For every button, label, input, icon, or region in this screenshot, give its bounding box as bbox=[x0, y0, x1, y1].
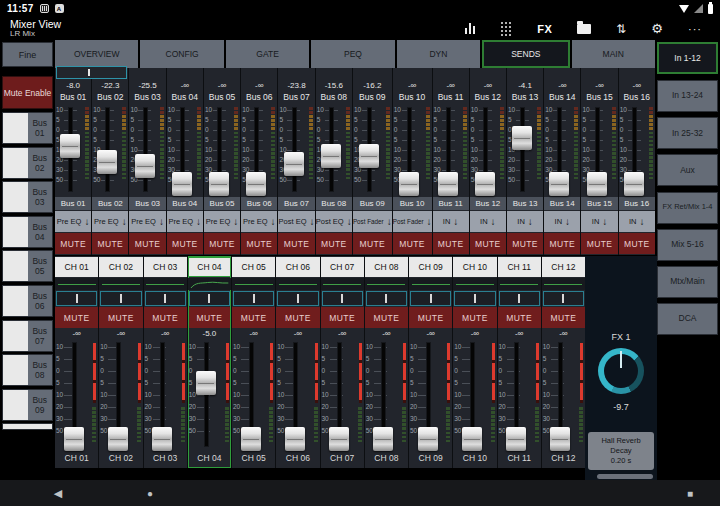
tab-config[interactable]: CONFIG bbox=[140, 40, 223, 68]
eq-curve-display[interactable] bbox=[276, 278, 319, 290]
eq-curve-display[interactable] bbox=[188, 278, 231, 290]
bus-mute-button[interactable]: MUTE bbox=[619, 233, 655, 254]
pan-box[interactable] bbox=[56, 291, 97, 306]
fader-cap[interactable] bbox=[152, 427, 172, 451]
fader-cap[interactable] bbox=[373, 427, 393, 451]
bus-mute-button[interactable]: MUTE bbox=[129, 233, 165, 254]
bus-mute-button[interactable]: MUTE bbox=[393, 233, 432, 254]
send-tap-button[interactable]: IN↓ bbox=[619, 211, 655, 232]
channel-select-button[interactable]: CH 01 bbox=[55, 257, 98, 277]
fader-cap[interactable] bbox=[64, 427, 84, 451]
channel-mute-button[interactable]: MUTE bbox=[542, 307, 585, 328]
bus-mute-button[interactable]: MUTE bbox=[433, 233, 469, 254]
scenes-folder-icon[interactable] bbox=[577, 24, 591, 34]
fader-cap[interactable] bbox=[587, 172, 607, 196]
channel-mute-button[interactable]: MUTE bbox=[365, 307, 408, 328]
send-tap-button[interactable]: Post EQ↓ bbox=[316, 211, 352, 232]
sidebar-bus-button[interactable]: Bus 04 bbox=[2, 216, 53, 248]
send-tap-button[interactable]: Post Fader↓ bbox=[353, 211, 392, 232]
sidebar-bus-button[interactable]: Bus 08 bbox=[2, 354, 53, 386]
pan-box[interactable] bbox=[499, 291, 540, 306]
bus-mute-button[interactable]: MUTE bbox=[92, 233, 128, 254]
fx-send-knob[interactable] bbox=[598, 348, 644, 394]
layer-button-aux[interactable]: Aux bbox=[657, 154, 718, 186]
tab-in-1-12[interactable]: In 1-12 bbox=[657, 42, 718, 74]
channel-select-button[interactable]: CH 05 bbox=[232, 257, 275, 277]
channel-mute-button[interactable]: MUTE bbox=[188, 307, 231, 328]
fine-button[interactable]: Fine bbox=[2, 42, 53, 67]
sidebar-bus-button[interactable]: Bus 06 bbox=[2, 285, 53, 317]
send-tap-button[interactable]: Post EQ↓ bbox=[278, 211, 314, 232]
sidebar-bus-button-partial[interactable] bbox=[2, 423, 53, 430]
layer-button-fx-ret-mix-1-4[interactable]: FX Ret/Mix 1-4 bbox=[657, 192, 718, 224]
channel-mute-button[interactable]: MUTE bbox=[144, 307, 187, 328]
layer-button-dca[interactable]: DCA bbox=[657, 303, 718, 335]
bus-mute-button[interactable]: MUTE bbox=[353, 233, 392, 254]
channel-mute-button[interactable]: MUTE bbox=[498, 307, 541, 328]
fader-cap[interactable] bbox=[329, 427, 349, 451]
bus-mute-button[interactable]: MUTE bbox=[507, 233, 543, 254]
fader-cap[interactable] bbox=[475, 172, 495, 196]
layer-button-mtx-main[interactable]: Mtx/Main bbox=[657, 266, 718, 298]
tab-sends[interactable]: SENDS bbox=[482, 40, 569, 68]
layer-button-in-13-24[interactable]: In 13-24 bbox=[657, 80, 718, 112]
lr-pan-box[interactable] bbox=[56, 66, 127, 79]
fader-cap[interactable] bbox=[418, 427, 438, 451]
send-tap-button[interactable]: Pre EQ↓ bbox=[55, 211, 91, 232]
pan-box[interactable] bbox=[454, 291, 495, 306]
send-tap-button[interactable]: Pre EQ↓ bbox=[204, 211, 240, 232]
fader-cap[interactable] bbox=[549, 172, 569, 196]
fader-cap[interactable] bbox=[172, 172, 192, 196]
channel-mute-button[interactable]: MUTE bbox=[276, 307, 319, 328]
tab-main[interactable]: MAIN bbox=[572, 40, 655, 68]
fader-cap[interactable] bbox=[399, 172, 419, 196]
fader-cap[interactable] bbox=[359, 144, 379, 168]
sidebar-bus-button[interactable]: Bus 07 bbox=[2, 320, 53, 352]
eq-curve-display[interactable] bbox=[498, 278, 541, 290]
fader-cap[interactable] bbox=[209, 172, 229, 196]
send-tap-button[interactable]: IN↓ bbox=[507, 211, 543, 232]
tab-peq[interactable]: PEQ bbox=[311, 40, 394, 68]
sidebar-bus-button[interactable]: Bus 05 bbox=[2, 250, 53, 282]
overflow-menu-icon[interactable]: ··· bbox=[688, 25, 702, 33]
settings-gear-icon[interactable]: ⚙ bbox=[651, 22, 663, 35]
fader-cap[interactable] bbox=[285, 427, 305, 451]
routing-swap-icon[interactable]: ⇅ bbox=[616, 23, 626, 35]
fader-cap[interactable] bbox=[135, 154, 155, 178]
fader-cap[interactable] bbox=[506, 427, 526, 451]
channel-select-button[interactable]: CH 12 bbox=[542, 257, 585, 277]
fader-cap[interactable] bbox=[462, 427, 482, 451]
horizontal-scrollbar[interactable] bbox=[597, 474, 653, 479]
send-tap-button[interactable]: Pre EQ↓ bbox=[167, 211, 203, 232]
channel-select-button[interactable]: CH 03 bbox=[144, 257, 187, 277]
fader-cap[interactable] bbox=[108, 427, 128, 451]
fader-cap[interactable] bbox=[550, 427, 570, 451]
fader-cap[interactable] bbox=[241, 427, 261, 451]
back-icon[interactable]: ◀ bbox=[48, 480, 68, 506]
eq-curve-display[interactable] bbox=[409, 278, 452, 290]
bus-mute-button[interactable]: MUTE bbox=[581, 233, 617, 254]
recents-icon[interactable]: ■ bbox=[680, 480, 700, 506]
eq-curve-display[interactable] bbox=[453, 278, 496, 290]
channel-select-button[interactable]: CH 10 bbox=[453, 257, 496, 277]
bus-mute-button[interactable]: MUTE bbox=[241, 233, 277, 254]
bus-mute-button[interactable]: MUTE bbox=[55, 233, 91, 254]
send-tap-button[interactable]: Pre EQ↓ bbox=[241, 211, 277, 232]
mute-enable-button[interactable]: Mute Enable bbox=[2, 76, 53, 109]
channel-mute-button[interactable]: MUTE bbox=[99, 307, 142, 328]
pan-box[interactable] bbox=[189, 291, 230, 306]
sidebar-bus-button[interactable]: Bus 02 bbox=[2, 147, 53, 179]
pan-box[interactable] bbox=[543, 291, 584, 306]
pan-box[interactable] bbox=[100, 291, 141, 306]
fx-patch-button[interactable]: Hall Reverb Decay 0.20 s bbox=[588, 432, 654, 470]
pan-box[interactable] bbox=[410, 291, 451, 306]
eq-curve-display[interactable] bbox=[232, 278, 275, 290]
channel-mute-button[interactable]: MUTE bbox=[321, 307, 364, 328]
send-tap-button[interactable]: Post Fader↓ bbox=[393, 211, 432, 232]
eq-curve-display[interactable] bbox=[321, 278, 364, 290]
fader-cap[interactable] bbox=[512, 126, 532, 150]
eq-curve-display[interactable] bbox=[144, 278, 187, 290]
bus-mute-button[interactable]: MUTE bbox=[278, 233, 314, 254]
pan-box[interactable] bbox=[366, 291, 407, 306]
eq-curve-display[interactable] bbox=[365, 278, 408, 290]
